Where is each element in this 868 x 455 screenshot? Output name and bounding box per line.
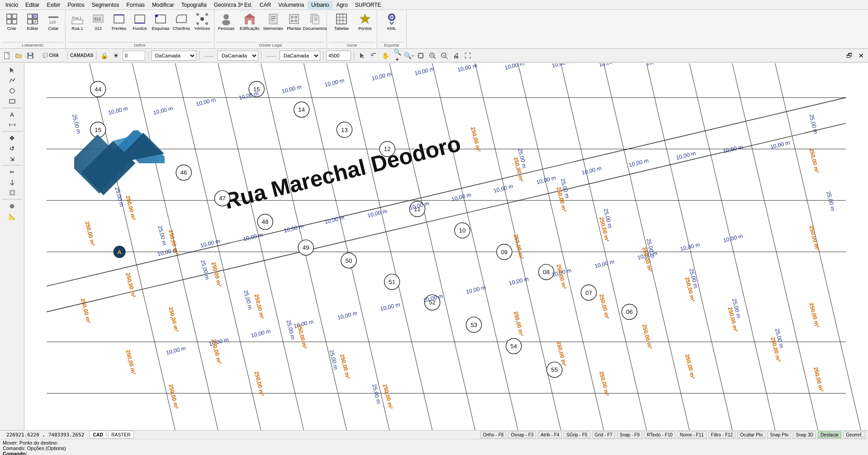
tool-measure[interactable]: 📐 — [7, 211, 17, 221]
btn-criar[interactable]: Criar — [2, 11, 22, 36]
menu-modificar[interactable]: Modificar — [148, 1, 178, 9]
btn-tabelas[interactable]: Tabelas — [329, 11, 354, 36]
shortcut-osnap[interactable]: Osnap - F3 — [508, 431, 536, 438]
svg-text:49: 49 — [303, 244, 309, 251]
shortcut-georref[interactable]: Georref. — [843, 431, 865, 438]
linetype-select[interactable]: DaCamada — [218, 51, 258, 61]
menu-segmentos[interactable]: Segmentos — [88, 1, 123, 9]
btn-zoom-prev[interactable] — [439, 51, 449, 61]
btn-pan[interactable]: ✋ — [380, 51, 390, 61]
menu-agro[interactable]: Agro — [332, 1, 351, 9]
menu-suporte[interactable]: SUPORTE — [351, 1, 385, 9]
btn-zoom-out[interactable]: 🔍- — [404, 51, 414, 61]
menu-formas[interactable]: Formas — [123, 1, 148, 9]
tab-raster[interactable]: RASTER — [108, 431, 134, 439]
btn-visible[interactable]: ☀ — [111, 51, 121, 61]
btn-pontos-gerar[interactable]: Pontos — [355, 11, 375, 36]
btn-undo[interactable] — [369, 51, 379, 61]
btn-pessoas[interactable]: Pessoas — [216, 11, 236, 36]
btn-edificacao[interactable]: Edificação — [237, 11, 262, 36]
ribbon-buttons-direito-legal: Pessoas Edificação — [216, 11, 325, 42]
menu-geoincra[interactable]: GeoIncra 3ª Ed. — [210, 1, 256, 9]
ribbon-group-gerar-label: Gerar — [329, 42, 375, 47]
menu-car[interactable]: CAR — [256, 1, 275, 9]
svg-point-22 — [200, 17, 204, 21]
btn-editar[interactable]: Editar — [23, 11, 43, 36]
shortcut-ocultar[interactable]: Ocultar Pto — [737, 431, 765, 438]
shortcut-snappto[interactable]: Snap Pto — [767, 431, 791, 438]
scale-input[interactable] — [326, 51, 351, 61]
tab-cad[interactable]: CAD — [90, 431, 106, 439]
btn-312[interactable]: 312 312 — [88, 11, 108, 36]
menu-inicio[interactable]: Inicio — [2, 1, 22, 9]
map-canvas[interactable]: Rua Marechal Deodoro 15 44 45 46 47 48 4… — [24, 63, 868, 430]
btn-save[interactable] — [25, 51, 35, 61]
btn-zoom-fit[interactable] — [416, 51, 426, 61]
shortcut-destacar[interactable]: Destacar — [818, 431, 841, 438]
btn-chanfros[interactable]: Chanfros — [171, 11, 191, 36]
btn-print[interactable]: 🖨 — [451, 51, 461, 61]
btn-zoom-window[interactable] — [427, 51, 437, 61]
btn-fullscreen[interactable]: ⛶ — [463, 51, 473, 61]
menu-volumetria[interactable]: Volumetria — [275, 1, 308, 9]
tool-scale[interactable]: ⇲ — [7, 154, 17, 164]
btn-chat[interactable]: 💬 CHA — [37, 51, 64, 61]
btn-new[interactable] — [2, 51, 12, 61]
tool-extend[interactable] — [7, 177, 17, 187]
tool-move[interactable]: ✥ — [7, 133, 17, 143]
btn-documentos[interactable]: Documentos — [305, 11, 325, 36]
shortcut-rtexto[interactable]: RTexto - F10 — [644, 431, 675, 438]
color-select[interactable]: DaCamada — [151, 51, 196, 61]
btn-cotar[interactable]: 123 Cotar — [43, 11, 63, 36]
svg-rect-31 — [248, 20, 251, 24]
tool-rotate[interactable]: ↺ — [7, 143, 17, 153]
btn-fundos[interactable]: Fundos — [130, 11, 150, 36]
btn-memoriais[interactable]: Memoriais — [263, 11, 283, 36]
shortcut-nome[interactable]: Nome - F11 — [677, 431, 707, 438]
btn-kml[interactable]: KML — [379, 11, 404, 36]
tool-rectangle[interactable] — [7, 96, 17, 106]
shortcut-snap3d[interactable]: Snap 3D — [793, 431, 816, 438]
btn-open[interactable] — [14, 51, 24, 61]
btn-frentes[interactable]: Frentes — [109, 11, 129, 36]
btn-esquinas[interactable]: Esquinas — [151, 11, 171, 36]
menu-pontos[interactable]: Pontos — [64, 1, 88, 9]
btn-close-map[interactable]: ✕ — [856, 51, 866, 61]
svg-rect-15 — [114, 15, 124, 23]
left-sep3 — [2, 165, 22, 166]
shortcut-ortho[interactable]: Ortho - F8 — [480, 431, 507, 438]
shortcut-grid[interactable]: Grid - F7 — [592, 431, 615, 438]
svg-text:A: A — [118, 249, 122, 256]
menu-editar[interactable]: Editar — [22, 1, 43, 9]
menu-topografia[interactable]: Topografia — [178, 1, 210, 9]
shortcut-filtro[interactable]: Filtro - F12 — [708, 431, 735, 438]
btn-select-mode[interactable] — [357, 51, 367, 61]
shortcut-sgrip[interactable]: SGrip - F5 — [564, 431, 590, 438]
tool-polyline[interactable] — [7, 76, 17, 85]
left-sep1 — [2, 108, 22, 108]
tool-trim[interactable]: ✂ — [7, 167, 17, 177]
btn-restore[interactable]: 🗗 — [844, 51, 854, 61]
tool-offset[interactable] — [7, 188, 17, 198]
layer-input[interactable]: 0 — [123, 51, 145, 61]
menu-urbano[interactable]: Urbano — [308, 1, 332, 9]
btn-zoom-in[interactable]: 🔍+ — [392, 51, 402, 61]
sep5 — [261, 51, 261, 60]
btn-lock[interactable]: 🔒 — [99, 51, 109, 61]
vertices-icon — [196, 13, 209, 25]
btn-rua[interactable]: Rua.1 Rua.1 — [67, 11, 87, 36]
tool-dimension[interactable] — [7, 120, 17, 130]
svg-rect-1 — [12, 14, 17, 19]
tool-text[interactable]: A — [7, 109, 17, 119]
tool-arrow[interactable] — [7, 65, 17, 75]
btn-vertices[interactable]: Vértices — [192, 11, 212, 36]
shortcut-snap[interactable]: Snap - F9 — [617, 431, 642, 438]
lineweight-select[interactable]: DaCamada — [280, 51, 320, 61]
shortcut-atrib[interactable]: Atrib - F4 — [538, 431, 562, 438]
btn-plantas[interactable]: Plantas — [284, 11, 304, 36]
menu-exibir[interactable]: Exibir — [43, 1, 64, 9]
tool-snap[interactable]: ⊕ — [7, 201, 17, 211]
svg-marker-21 — [176, 15, 186, 23]
tool-circle[interactable] — [7, 86, 17, 96]
icon-312: 312 — [92, 13, 104, 25]
